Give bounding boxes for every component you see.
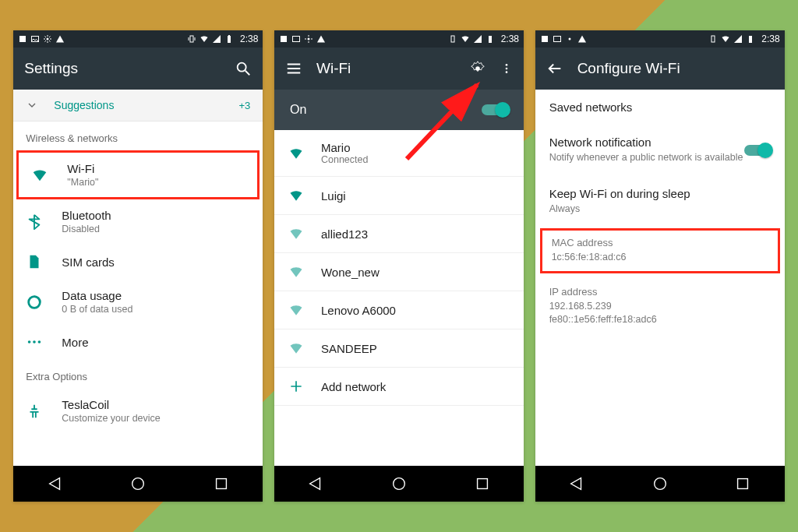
wifi-icon [461, 34, 470, 44]
settings-item-teslacoil[interactable]: TeslaCoil Customize your device [13, 389, 263, 433]
gear-icon[interactable] [469, 60, 486, 77]
svg-rect-31 [738, 479, 748, 489]
suggestions-label: Suggestions [54, 99, 238, 111]
label: Add network [321, 380, 386, 393]
network-item[interactable]: MarioConnected [274, 130, 524, 177]
svg-rect-29 [749, 36, 752, 43]
search-icon[interactable] [235, 60, 252, 77]
back-button[interactable] [568, 475, 585, 492]
warning-icon [316, 34, 326, 44]
ssid: Wone_new [321, 266, 380, 279]
svg-rect-0 [19, 36, 26, 42]
android-nav-bar [274, 466, 524, 502]
settings-item-wifi[interactable]: Wi-Fi "Mario" [16, 150, 260, 199]
item-sub: Disabled [62, 224, 111, 234]
label: MAC address [552, 237, 768, 248]
gear-icon [43, 34, 52, 44]
label: Keep Wi-Fi on during sleep [549, 187, 771, 200]
svg-rect-14 [292, 37, 299, 42]
ip-address-row: IP address 192.168.5.239 fe80::1e56:feff… [535, 275, 785, 338]
wifi-toggle-row[interactable]: On [274, 90, 524, 130]
section-header-extra: Extra Options [13, 360, 263, 389]
svg-point-18 [475, 66, 480, 71]
warning-icon [577, 34, 587, 44]
clock: 2:38 [761, 33, 779, 44]
bluetooth-icon [26, 213, 43, 231]
svg-rect-12 [217, 479, 227, 489]
settings-list: Suggestions +3 Wireless & networks Wi-Fi… [13, 90, 263, 466]
network-item[interactable]: allied123 [274, 215, 524, 253]
recents-button[interactable] [213, 475, 230, 492]
label: IP address [549, 286, 771, 298]
phone-wifi: 2:38 Wi-Fi On MarioConnected Luigi allie… [274, 30, 524, 502]
add-network[interactable]: Add network [274, 368, 524, 406]
network-item[interactable]: SANDEEP [274, 329, 524, 368]
signal-icon [473, 34, 482, 44]
wifi-signal-icon [288, 188, 304, 203]
network-item[interactable]: Luigi [274, 177, 524, 215]
saved-networks-row[interactable]: Saved networks [535, 90, 785, 125]
wifi-signal-icon [288, 340, 304, 356]
home-button[interactable] [129, 475, 147, 492]
svg-point-19 [506, 64, 508, 66]
warning-icon [55, 34, 65, 44]
toggle-switch[interactable] [744, 145, 771, 156]
svg-rect-17 [489, 36, 492, 43]
suggestions-row[interactable]: Suggestions +3 [13, 90, 263, 122]
settings-item-data[interactable]: Data usage 0 B of data used [13, 280, 263, 324]
network-item[interactable]: Wone_new [274, 253, 524, 291]
svg-point-30 [654, 478, 666, 490]
item-label: Bluetooth [62, 209, 111, 222]
item-sub: "Mario" [67, 177, 98, 188]
label: Saved networks [549, 100, 771, 114]
settings-item-bluetooth[interactable]: Bluetooth Disabled [13, 199, 263, 244]
back-arrow-icon[interactable] [546, 60, 563, 77]
vibrate-icon [708, 34, 718, 44]
svg-point-10 [38, 340, 41, 344]
android-nav-bar [13, 466, 263, 502]
item-sub: Customize your device [62, 413, 160, 424]
network-notification-row[interactable]: Network notification Notify whenever a p… [535, 125, 785, 176]
home-button[interactable] [651, 475, 669, 492]
phone-configure-wifi: 2:38 Configure Wi-Fi Saved networks Netw… [535, 30, 785, 502]
image-icon [291, 34, 301, 44]
settings-item-more[interactable]: More [13, 324, 263, 360]
svg-rect-4 [228, 36, 231, 43]
gear-icon [565, 34, 574, 44]
image-icon [30, 34, 40, 44]
status-bar: 2:38 [535, 30, 785, 48]
hamburger-icon[interactable] [285, 60, 302, 77]
back-button[interactable] [47, 475, 64, 492]
item-label: More [62, 336, 88, 349]
network-list: MarioConnected Luigi allied123 Wone_new … [274, 130, 524, 466]
mac-address-row: MAC address 1c:56:fe:18:ad:c6 [540, 228, 780, 273]
back-button[interactable] [307, 475, 324, 492]
ssid: Luigi [321, 189, 346, 203]
overflow-icon[interactable] [500, 60, 513, 77]
recents-button[interactable] [474, 475, 491, 492]
svg-point-15 [307, 38, 309, 41]
home-button[interactable] [390, 475, 408, 492]
settings-item-sim[interactable]: SIM cards [13, 244, 263, 280]
item-label: TeslaCoil [62, 398, 160, 411]
svg-point-6 [238, 63, 246, 72]
value: 1c:56:fe:18:ad:c6 [552, 251, 768, 265]
app-bar: Settings [13, 48, 263, 90]
item-label: Wi-Fi [67, 162, 98, 175]
wifi-signal-icon [288, 302, 304, 318]
network-item[interactable]: Lenovo A6000 [274, 291, 524, 329]
android-nav-bar [535, 466, 785, 502]
recents-button[interactable] [734, 475, 751, 492]
signal-icon [212, 34, 221, 44]
app-icon [540, 34, 549, 44]
page-title: Settings [24, 60, 221, 77]
status-bar: 2:38 [274, 30, 524, 48]
clock: 2:38 [501, 33, 519, 44]
vibrate-icon [187, 34, 196, 44]
toggle-switch[interactable] [482, 104, 508, 115]
value: Always [549, 203, 771, 217]
svg-rect-5 [228, 35, 230, 36]
svg-rect-25 [542, 36, 548, 42]
signal-icon [733, 34, 743, 44]
keep-wifi-sleep-row[interactable]: Keep Wi-Fi on during sleep Always [535, 176, 785, 227]
